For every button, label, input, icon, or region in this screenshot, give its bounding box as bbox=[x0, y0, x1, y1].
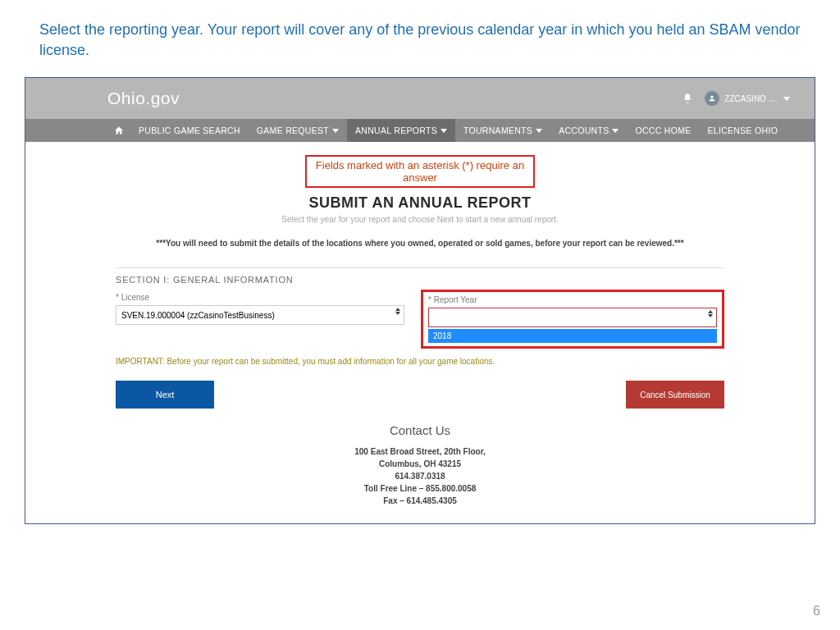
report-year-label: * Report Year bbox=[428, 295, 717, 304]
nav-label: GAME REQUEST bbox=[257, 126, 329, 135]
page-number: 6 bbox=[813, 604, 820, 619]
contact-line: 100 East Broad Street, 20th Floor, bbox=[50, 445, 790, 458]
notifications-icon[interactable] bbox=[682, 93, 693, 104]
cancel-submission-button[interactable]: Cancel Submission bbox=[626, 381, 724, 409]
chevron-down-icon bbox=[332, 129, 339, 133]
user-label: ZZCASINO ... bbox=[724, 94, 775, 103]
button-row: Next Cancel Submission bbox=[116, 381, 724, 409]
section-general-info: SECTION I: GENERAL INFORMATION * License… bbox=[116, 267, 724, 349]
warning-note: ***You will need to submit the details o… bbox=[50, 239, 790, 248]
contact-heading: Contact Us bbox=[50, 423, 790, 437]
license-select[interactable]: SVEN.19.000004 (zzCasinoTestBusiness) bbox=[116, 305, 404, 325]
app-frame: Ohio.gov ZZCASINO ... PUBLIC GAME SEARCH… bbox=[25, 77, 815, 524]
chevron-down-icon bbox=[536, 129, 542, 133]
nav-label: ELICENSE OHIO bbox=[708, 126, 778, 135]
license-field: * License SVEN.19.000004 (zzCasinoTestBu… bbox=[116, 293, 404, 325]
spinner-icon bbox=[708, 310, 713, 317]
required-fields-note: Fields marked with an asterisk (*) requi… bbox=[305, 155, 535, 188]
nav-occc-home[interactable]: OCCC HOME bbox=[627, 119, 699, 142]
nav-label: PUBLIC GAME SEARCH bbox=[139, 126, 240, 135]
top-bar: Ohio.gov ZZCASINO ... bbox=[25, 78, 815, 119]
report-year-select[interactable] bbox=[428, 308, 717, 327]
slide-instruction: Select the reporting year. Your report w… bbox=[0, 0, 840, 71]
contact-line: Columbus, OH 43215 bbox=[50, 458, 790, 470]
page-content: Fields marked with an asterisk (*) requi… bbox=[25, 142, 815, 523]
spinner-icon bbox=[395, 308, 400, 315]
contact-line: Toll Free Line – 855.800.0058 bbox=[50, 482, 790, 495]
brand-logo: Ohio.gov bbox=[107, 89, 180, 108]
important-note: IMPORTANT: Before your report can be sub… bbox=[116, 357, 724, 366]
chevron-down-icon bbox=[783, 97, 790, 101]
avatar-icon bbox=[705, 91, 719, 106]
contact-line: 614.387.0318 bbox=[50, 470, 790, 482]
chevron-down-icon bbox=[612, 129, 619, 133]
divider bbox=[116, 267, 724, 268]
section-heading: SECTION I: GENERAL INFORMATION bbox=[116, 275, 724, 285]
nav-label: OCCC HOME bbox=[635, 126, 691, 135]
nav-public-game-search[interactable]: PUBLIC GAME SEARCH bbox=[130, 119, 249, 142]
nav-label: ACCOUNTS bbox=[559, 126, 609, 135]
contact-block: Contact Us 100 East Broad Street, 20th F… bbox=[50, 423, 790, 507]
next-button[interactable]: Next bbox=[116, 381, 214, 409]
nav-label: TOURNAMENTS bbox=[463, 126, 532, 135]
report-year-field: * Report Year 2018 bbox=[421, 290, 724, 349]
user-menu[interactable]: ZZCASINO ... bbox=[705, 91, 790, 106]
nav-accounts[interactable]: ACCOUNTS bbox=[550, 119, 627, 142]
contact-line: Fax – 614.485.4305 bbox=[50, 495, 790, 507]
nav-label: ANNUAL REPORTS bbox=[355, 126, 437, 135]
nav-elicense-ohio[interactable]: ELICENSE OHIO bbox=[700, 119, 787, 142]
nav-game-request[interactable]: GAME REQUEST bbox=[249, 119, 347, 142]
nav-annual-reports[interactable]: ANNUAL REPORTS bbox=[347, 119, 455, 142]
page-subtitle: Select the year for your report and choo… bbox=[50, 215, 790, 224]
license-label: * License bbox=[116, 293, 404, 302]
chevron-down-icon bbox=[441, 129, 447, 133]
nav-tournaments[interactable]: TOURNAMENTS bbox=[455, 119, 550, 142]
home-icon[interactable] bbox=[107, 119, 130, 142]
license-value: SVEN.19.000004 (zzCasinoTestBusiness) bbox=[121, 311, 275, 320]
report-year-option[interactable]: 2018 bbox=[428, 329, 717, 343]
nav-bar: PUBLIC GAME SEARCH GAME REQUEST ANNUAL R… bbox=[25, 119, 815, 142]
page-title: SUBMIT AN ANNUAL REPORT bbox=[50, 194, 790, 212]
